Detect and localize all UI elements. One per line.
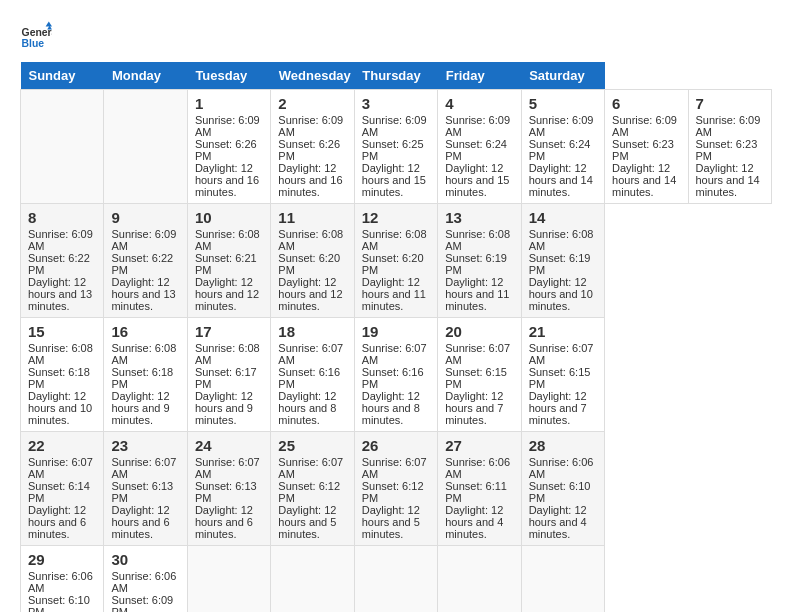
day-number: 23 <box>111 437 179 454</box>
calendar-day-cell: 26Sunrise: 6:07 AMSunset: 6:12 PMDayligh… <box>354 432 437 546</box>
day-number: 11 <box>278 209 346 226</box>
calendar-day-cell <box>521 546 604 613</box>
daylight-text: Daylight: 12 hours and 4 minutes. <box>445 504 503 540</box>
day-number: 25 <box>278 437 346 454</box>
sunrise-text: Sunrise: 6:08 AM <box>195 342 260 366</box>
day-number: 9 <box>111 209 179 226</box>
calendar-day-cell: 17Sunrise: 6:08 AMSunset: 6:17 PMDayligh… <box>187 318 270 432</box>
day-number: 15 <box>28 323 96 340</box>
sunrise-text: Sunrise: 6:07 AM <box>278 456 343 480</box>
sunrise-text: Sunrise: 6:06 AM <box>529 456 594 480</box>
daylight-text: Daylight: 12 hours and 11 minutes. <box>362 276 426 312</box>
sunrise-text: Sunrise: 6:09 AM <box>111 228 176 252</box>
calendar-week-row: 29Sunrise: 6:06 AMSunset: 6:10 PMDayligh… <box>21 546 772 613</box>
sunset-text: Sunset: 6:13 PM <box>195 480 257 504</box>
daylight-text: Daylight: 12 hours and 14 minutes. <box>612 162 676 198</box>
sunset-text: Sunset: 6:26 PM <box>278 138 340 162</box>
sunrise-text: Sunrise: 6:09 AM <box>445 114 510 138</box>
daylight-text: Daylight: 12 hours and 10 minutes. <box>529 276 593 312</box>
sunrise-text: Sunrise: 6:09 AM <box>195 114 260 138</box>
day-number: 10 <box>195 209 263 226</box>
sunset-text: Sunset: 6:16 PM <box>278 366 340 390</box>
weekday-header: Thursday <box>354 62 437 90</box>
calendar-day-cell <box>438 546 521 613</box>
calendar-day-cell <box>21 90 104 204</box>
sunrise-text: Sunrise: 6:07 AM <box>445 342 510 366</box>
daylight-text: Daylight: 12 hours and 10 minutes. <box>28 390 92 426</box>
daylight-text: Daylight: 12 hours and 6 minutes. <box>111 504 169 540</box>
day-number: 21 <box>529 323 597 340</box>
calendar-day-cell: 6Sunrise: 6:09 AMSunset: 6:23 PMDaylight… <box>605 90 688 204</box>
sunrise-text: Sunrise: 6:09 AM <box>362 114 427 138</box>
svg-text:General: General <box>22 27 52 38</box>
daylight-text: Daylight: 12 hours and 8 minutes. <box>362 390 420 426</box>
day-number: 7 <box>696 95 765 112</box>
day-number: 29 <box>28 551 96 568</box>
sunset-text: Sunset: 6:16 PM <box>362 366 424 390</box>
svg-text:Blue: Blue <box>22 38 45 49</box>
calendar-header-row: SundayMondayTuesdayWednesdayThursdayFrid… <box>21 62 772 90</box>
daylight-text: Daylight: 12 hours and 15 minutes. <box>362 162 426 198</box>
sunset-text: Sunset: 6:12 PM <box>278 480 340 504</box>
daylight-text: Daylight: 12 hours and 13 minutes. <box>111 276 175 312</box>
day-number: 14 <box>529 209 597 226</box>
sunset-text: Sunset: 6:10 PM <box>28 594 90 612</box>
calendar-day-cell: 22Sunrise: 6:07 AMSunset: 6:14 PMDayligh… <box>21 432 104 546</box>
weekday-header: Tuesday <box>187 62 270 90</box>
sunset-text: Sunset: 6:26 PM <box>195 138 257 162</box>
sunset-text: Sunset: 6:24 PM <box>529 138 591 162</box>
daylight-text: Daylight: 12 hours and 14 minutes. <box>696 162 760 198</box>
sunset-text: Sunset: 6:22 PM <box>111 252 173 276</box>
daylight-text: Daylight: 12 hours and 5 minutes. <box>362 504 420 540</box>
daylight-text: Daylight: 12 hours and 9 minutes. <box>111 390 169 426</box>
sunset-text: Sunset: 6:19 PM <box>529 252 591 276</box>
calendar-day-cell: 9Sunrise: 6:09 AMSunset: 6:22 PMDaylight… <box>104 204 187 318</box>
sunrise-text: Sunrise: 6:08 AM <box>362 228 427 252</box>
calendar-day-cell: 11Sunrise: 6:08 AMSunset: 6:20 PMDayligh… <box>271 204 354 318</box>
sunset-text: Sunset: 6:23 PM <box>696 138 758 162</box>
day-number: 4 <box>445 95 513 112</box>
sunset-text: Sunset: 6:18 PM <box>28 366 90 390</box>
daylight-text: Daylight: 12 hours and 6 minutes. <box>28 504 86 540</box>
calendar-day-cell: 18Sunrise: 6:07 AMSunset: 6:16 PMDayligh… <box>271 318 354 432</box>
sunrise-text: Sunrise: 6:09 AM <box>529 114 594 138</box>
calendar-day-cell: 19Sunrise: 6:07 AMSunset: 6:16 PMDayligh… <box>354 318 437 432</box>
sunrise-text: Sunrise: 6:06 AM <box>445 456 510 480</box>
sunset-text: Sunset: 6:17 PM <box>195 366 257 390</box>
calendar-day-cell: 20Sunrise: 6:07 AMSunset: 6:15 PMDayligh… <box>438 318 521 432</box>
daylight-text: Daylight: 12 hours and 16 minutes. <box>195 162 259 198</box>
day-number: 1 <box>195 95 263 112</box>
weekday-header: Friday <box>438 62 521 90</box>
sunrise-text: Sunrise: 6:07 AM <box>278 342 343 366</box>
calendar-day-cell: 7Sunrise: 6:09 AMSunset: 6:23 PMDaylight… <box>688 90 772 204</box>
calendar-day-cell <box>104 90 187 204</box>
sunset-text: Sunset: 6:18 PM <box>111 366 173 390</box>
day-number: 27 <box>445 437 513 454</box>
day-number: 26 <box>362 437 430 454</box>
daylight-text: Daylight: 12 hours and 9 minutes. <box>195 390 253 426</box>
daylight-text: Daylight: 12 hours and 15 minutes. <box>445 162 509 198</box>
sunset-text: Sunset: 6:11 PM <box>445 480 507 504</box>
daylight-text: Daylight: 12 hours and 7 minutes. <box>445 390 503 426</box>
day-number: 20 <box>445 323 513 340</box>
svg-marker-2 <box>46 22 52 27</box>
sunrise-text: Sunrise: 6:07 AM <box>28 456 93 480</box>
weekday-header: Sunday <box>21 62 104 90</box>
daylight-text: Daylight: 12 hours and 6 minutes. <box>195 504 253 540</box>
sunrise-text: Sunrise: 6:09 AM <box>278 114 343 138</box>
day-number: 12 <box>362 209 430 226</box>
sunrise-text: Sunrise: 6:08 AM <box>195 228 260 252</box>
sunrise-text: Sunrise: 6:07 AM <box>529 342 594 366</box>
calendar-week-row: 1Sunrise: 6:09 AMSunset: 6:26 PMDaylight… <box>21 90 772 204</box>
day-number: 2 <box>278 95 346 112</box>
calendar-table: SundayMondayTuesdayWednesdayThursdayFrid… <box>20 62 772 612</box>
daylight-text: Daylight: 12 hours and 11 minutes. <box>445 276 509 312</box>
calendar-day-cell: 27Sunrise: 6:06 AMSunset: 6:11 PMDayligh… <box>438 432 521 546</box>
calendar-day-cell: 21Sunrise: 6:07 AMSunset: 6:15 PMDayligh… <box>521 318 604 432</box>
calendar-week-row: 22Sunrise: 6:07 AMSunset: 6:14 PMDayligh… <box>21 432 772 546</box>
sunset-text: Sunset: 6:20 PM <box>278 252 340 276</box>
calendar-day-cell <box>187 546 270 613</box>
calendar-day-cell: 13Sunrise: 6:08 AMSunset: 6:19 PMDayligh… <box>438 204 521 318</box>
sunrise-text: Sunrise: 6:06 AM <box>28 570 93 594</box>
day-number: 5 <box>529 95 597 112</box>
